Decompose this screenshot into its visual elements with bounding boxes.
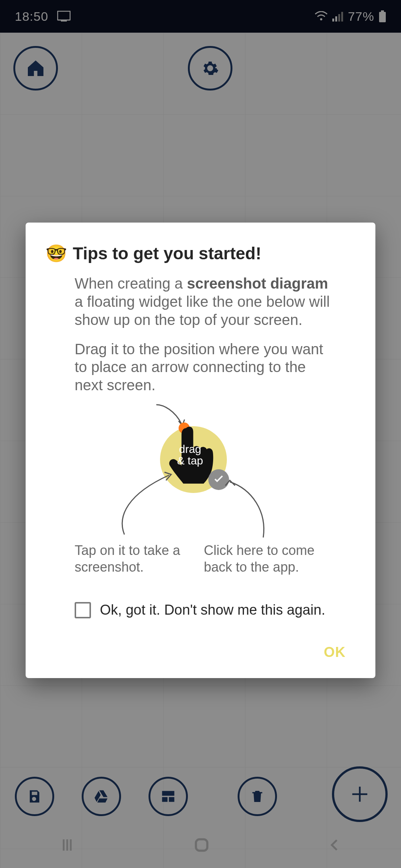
arrow-icon [113, 464, 188, 538]
nerd-emoji-icon: 🤓 [46, 243, 67, 263]
para1-prefix: When creating a [75, 275, 187, 292]
arrow-icon [222, 474, 278, 541]
dialog-title-row: 🤓 Tips to get you started! [46, 243, 355, 263]
para1-suffix: a floating widget like the one below wil… [75, 293, 330, 328]
modal-overlay: 🤓 Tips to get you started! When creating… [0, 0, 401, 868]
widget-label-line1: drag [173, 443, 207, 455]
checkbox[interactable] [75, 602, 91, 618]
dialog-paragraph-1: When creating a screenshot diagram a flo… [75, 274, 335, 329]
ok-button[interactable]: OK [314, 639, 355, 665]
illustration-caption-left: Tap on it to take a screenshot. [75, 542, 193, 575]
para1-bold: screenshot diagram [187, 275, 328, 292]
dont-show-again-row[interactable]: Ok, got it. Don't show me this again. [75, 602, 355, 618]
widget-label: drag & tap [173, 443, 207, 467]
dialog-title: Tips to get you started! [73, 243, 261, 263]
widget-illustration: drag & tap Tap on it to take a screensho… [75, 405, 355, 598]
dialog-paragraph-2: Drag it to the position where you want t… [75, 340, 335, 394]
tips-dialog: 🤓 Tips to get you started! When creating… [26, 223, 375, 678]
checkbox-label: Ok, got it. Don't show me this again. [100, 602, 325, 618]
illustration-caption-right: Click here to come back to the app. [204, 542, 330, 575]
